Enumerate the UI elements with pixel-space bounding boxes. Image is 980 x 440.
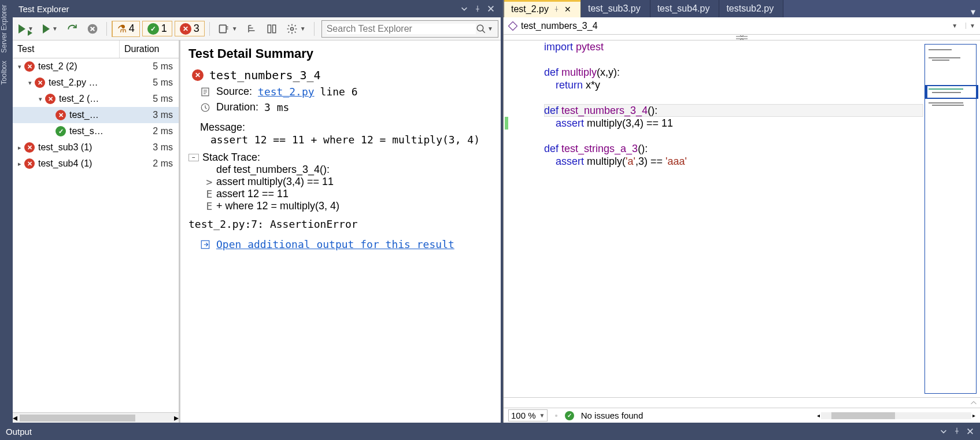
editor-tab[interactable]: test_2.py✕ bbox=[504, 0, 581, 17]
zoom-selector[interactable]: 100 % ▼ bbox=[508, 409, 548, 421]
settings-button[interactable]: ▼ bbox=[283, 21, 309, 37]
summary-failed: 3 bbox=[194, 23, 199, 35]
message-label: Message: bbox=[200, 121, 493, 134]
tab-label: test_2.py bbox=[511, 4, 549, 14]
message-text: assert 12 == 11 + where 12 = multiply(3,… bbox=[210, 134, 493, 146]
editor-tab[interactable]: test_sub4.py bbox=[650, 0, 720, 17]
source-icon bbox=[200, 87, 210, 97]
tree-header: Test Duration bbox=[13, 40, 179, 58]
expander-icon[interactable]: ▾ bbox=[16, 63, 23, 71]
expander-icon[interactable]: ▾ bbox=[37, 95, 44, 103]
test-detail-panel: Test Detail Summary ✕ test_numbers_3_4 S… bbox=[180, 40, 501, 423]
tree-row[interactable]: ▾✕test_2.py …5 ms bbox=[13, 75, 179, 91]
pin-icon[interactable] bbox=[953, 427, 960, 434]
tree-label: test_2 (2) bbox=[38, 61, 127, 72]
tree-label: test_2 (… bbox=[59, 94, 127, 104]
duration-value: 3 ms bbox=[264, 101, 289, 113]
tree-label: test_sub3 (1) bbox=[38, 142, 127, 153]
open-output-link[interactable]: Open additional output for this result bbox=[216, 238, 454, 250]
fail-icon: ✕ bbox=[45, 94, 56, 104]
editor-split-handle[interactable] bbox=[504, 35, 980, 40]
test-tree[interactable]: ▾✕test_2 (2)5 ms▾✕test_2.py …5 ms▾✕test_… bbox=[13, 58, 179, 412]
expander-icon[interactable]: ▸ bbox=[16, 160, 23, 168]
method-icon bbox=[508, 21, 517, 31]
svg-point-5 bbox=[477, 25, 483, 31]
side-tab-toolbox[interactable]: Toolbox bbox=[0, 61, 13, 84]
panel-title-text: Test Explorer bbox=[19, 4, 69, 14]
run-all-button[interactable]: ▼ bbox=[15, 22, 37, 36]
tab-label: testsub2.py bbox=[726, 3, 774, 14]
separator bbox=[209, 22, 210, 36]
stop-button[interactable] bbox=[83, 21, 102, 37]
source-line: line 6 bbox=[320, 86, 358, 98]
editor-tabbar: test_2.py✕test_sub3.pytest_sub4.pytestsu… bbox=[504, 0, 980, 17]
close-icon[interactable] bbox=[966, 427, 974, 435]
editor-tab[interactable]: testsub2.py bbox=[719, 0, 783, 17]
summary-passed: 1 bbox=[161, 23, 167, 35]
tree-row[interactable]: ✓test_s…2 ms bbox=[13, 123, 179, 139]
fail-icon: ✕ bbox=[24, 158, 35, 169]
tree-label: test_s… bbox=[69, 126, 127, 136]
tree-row[interactable]: ▸✕test_sub4 (1)2 ms bbox=[13, 156, 179, 172]
col-duration[interactable]: Duration bbox=[120, 40, 179, 58]
hierarchy-button[interactable] bbox=[243, 21, 261, 36]
fail-icon: ✕ bbox=[192, 69, 204, 81]
playlist-button[interactable]: ▼ bbox=[215, 21, 241, 37]
pin-icon[interactable] bbox=[474, 5, 481, 12]
search-box[interactable]: ▼ bbox=[321, 20, 498, 38]
tree-row[interactable]: ▾✕test_2 (2)5 ms bbox=[13, 58, 179, 75]
repeat-button[interactable] bbox=[64, 21, 81, 36]
separator bbox=[314, 22, 315, 36]
pass-icon: ✓ bbox=[147, 23, 159, 35]
collapse-toggle[interactable]: − bbox=[188, 154, 199, 161]
expander-icon[interactable]: ▸ bbox=[16, 144, 23, 151]
output-label: Output bbox=[6, 427, 32, 437]
editor-hscroll[interactable]: ◂ ▸ bbox=[817, 412, 975, 419]
tree-label: test_… bbox=[69, 110, 127, 120]
tree-hscroll[interactable]: ◂ ▸ bbox=[13, 412, 179, 423]
tree-label: test_2.py … bbox=[49, 77, 127, 88]
duration-label: Duration: bbox=[216, 101, 258, 113]
stack-trace: def test_numbers_3_4():> assert multiply… bbox=[202, 164, 493, 212]
code-minimap[interactable] bbox=[924, 44, 977, 394]
summary-passed-chip[interactable]: ✓ 1 bbox=[142, 21, 172, 36]
side-tab-server-explorer[interactable]: Server Explorer bbox=[0, 5, 13, 53]
source-file-link[interactable]: test_2.py bbox=[258, 86, 315, 98]
breadcrumb-right-dropdown[interactable]: ▼ bbox=[966, 23, 975, 29]
tree-label: test_sub4 (1) bbox=[38, 158, 127, 169]
search-input[interactable] bbox=[327, 24, 476, 34]
editor-tab[interactable]: test_sub3.py bbox=[581, 0, 650, 17]
chevron-down-icon[interactable]: ▼ bbox=[952, 23, 957, 29]
tree-row[interactable]: ▸✕test_sub3 (1)3 ms bbox=[13, 139, 179, 156]
summary-total-chip[interactable]: ⚗ 4 bbox=[112, 21, 140, 37]
breadcrumb-bar[interactable]: test_numbers_3_4 ▼ ▼ bbox=[504, 17, 980, 35]
svg-rect-3 bbox=[272, 25, 275, 33]
code-editor[interactable]: import pytest def multiply(x,y): return … bbox=[504, 40, 980, 397]
dropdown-icon[interactable] bbox=[940, 427, 948, 435]
open-output-icon bbox=[200, 239, 210, 250]
search-dropdown-icon[interactable]: ▼ bbox=[487, 25, 493, 32]
fail-icon: ✕ bbox=[24, 142, 35, 153]
expander-icon[interactable]: ▾ bbox=[27, 79, 34, 87]
test-explorer-toolbar: ▼ ▼ ⚗ 4 ✓ 1 ✕ 3 ▼ ▼ bbox=[13, 17, 501, 40]
tree-row[interactable]: ✕test_…3 ms bbox=[13, 107, 179, 123]
tree-duration: 2 ms bbox=[127, 158, 179, 169]
close-icon[interactable]: ✕ bbox=[564, 5, 571, 14]
run-button[interactable]: ▼ bbox=[39, 22, 61, 36]
dropdown-icon[interactable] bbox=[460, 5, 468, 13]
editor-statusbar: 100 % ▼ • ✓ No issues found ◂ ▸ bbox=[504, 408, 980, 423]
output-panel-titlebar[interactable]: Output bbox=[0, 423, 980, 440]
detail-heading: Test Detail Summary bbox=[188, 46, 493, 61]
close-icon[interactable] bbox=[487, 5, 495, 13]
breadcrumb-text: test_numbers_3_4 bbox=[521, 21, 598, 31]
panes-button[interactable] bbox=[263, 21, 280, 36]
pin-icon[interactable] bbox=[553, 6, 560, 12]
scroll-up-icon[interactable] bbox=[970, 399, 978, 407]
col-test[interactable]: Test bbox=[13, 40, 120, 58]
tabs-overflow-button[interactable]: ▾ bbox=[966, 6, 980, 17]
svg-rect-9 bbox=[508, 21, 517, 30]
summary-failed-chip[interactable]: ✕ 3 bbox=[175, 21, 205, 36]
tree-row[interactable]: ▾✕test_2 (…5 ms bbox=[13, 91, 179, 107]
search-icon[interactable] bbox=[476, 24, 486, 34]
tree-duration: 3 ms bbox=[127, 110, 179, 120]
